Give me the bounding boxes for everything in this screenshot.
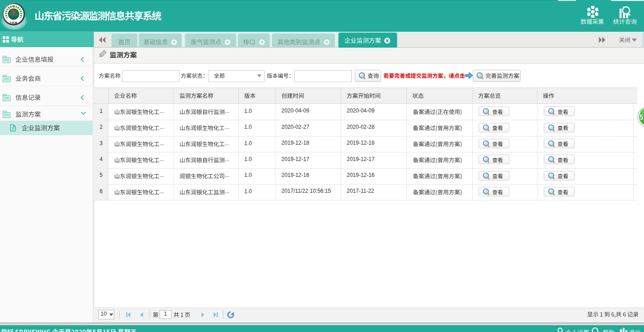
svg-text:ZHB: ZHB <box>10 21 18 25</box>
